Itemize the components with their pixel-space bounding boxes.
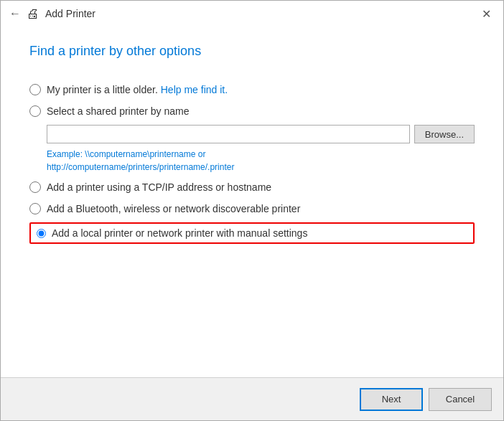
next-button[interactable]: Next: [360, 388, 423, 411]
option-label-3[interactable]: Add a printer using a TCP/IP address or …: [47, 181, 271, 193]
help-link[interactable]: Help me find it.: [161, 84, 228, 95]
title-bar: ← 🖨 Add Printer ✕: [1, 1, 503, 27]
radio-opt3[interactable]: [29, 181, 41, 193]
shared-printer-input[interactable]: [47, 125, 410, 143]
printer-icon: 🖨: [27, 6, 39, 22]
radio-opt5[interactable]: [37, 229, 46, 238]
main-content: Find a printer by other options My print…: [1, 27, 503, 377]
cancel-button[interactable]: Cancel: [429, 388, 492, 411]
option-label-4[interactable]: Add a Bluetooth, wireless or network dis…: [47, 203, 300, 214]
option-row-3: Add a printer using a TCP/IP address or …: [29, 176, 475, 198]
page-title: Find a printer by other options: [29, 44, 475, 59]
option-label-2[interactable]: Select a shared printer by name: [47, 105, 189, 117]
option-row-1: My printer is a little older. Help me fi…: [29, 79, 475, 100]
option-row-5-highlighted: Add a local printer or network printer w…: [29, 222, 475, 244]
title-bar-left: ← 🖨 Add Printer: [9, 6, 95, 22]
options-list: My printer is a little older. Help me fi…: [29, 79, 475, 247]
add-printer-window: ← 🖨 Add Printer ✕ Find a printer by othe…: [0, 0, 504, 421]
footer: Next Cancel: [1, 377, 503, 420]
option-label-1[interactable]: My printer is a little older. Help me fi…: [47, 84, 228, 95]
option-row-2: Select a shared printer by name: [29, 100, 475, 122]
radio-opt2[interactable]: [29, 105, 41, 117]
option-label-5[interactable]: Add a local printer or network printer w…: [52, 227, 307, 239]
window-title: Add Printer: [45, 8, 95, 19]
radio-opt1[interactable]: [29, 84, 41, 95]
example-text: Example: \\computername\printername or h…: [47, 148, 475, 174]
radio-opt4[interactable]: [29, 203, 41, 214]
close-button[interactable]: ✕: [477, 5, 495, 22]
shared-printer-section: Browse... Example: \\computername\printe…: [47, 125, 475, 174]
browse-button[interactable]: Browse...: [414, 125, 475, 143]
back-arrow-icon[interactable]: ←: [9, 7, 21, 20]
option-row-4: Add a Bluetooth, wireless or network dis…: [29, 198, 475, 219]
shared-printer-input-row: Browse...: [47, 125, 475, 143]
